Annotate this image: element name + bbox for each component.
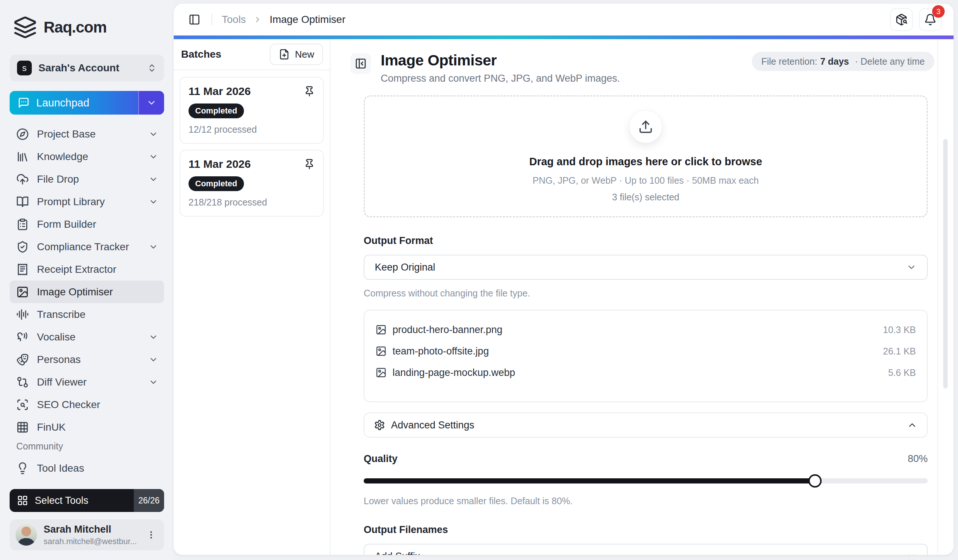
sidebar-item-transcribe[interactable]: Transcribe [10, 303, 164, 326]
chevron-up-icon [907, 420, 917, 430]
sidebar-item-prompt-library[interactable]: Prompt Library [10, 190, 164, 213]
compass-icon [16, 128, 29, 140]
sidebar-item-project-base[interactable]: Project Base [10, 123, 164, 145]
dropzone-selected-count: 3 file(s) selected [612, 192, 679, 203]
sidebar-item-label: Vocalise [37, 331, 140, 343]
notification-count-badge: 3 [932, 5, 945, 18]
batch-card[interactable]: 11 Mar 2026 Completed 218/218 processed [179, 150, 324, 217]
community-heading: Community [10, 441, 164, 452]
tool-scroll-content: Drag and drop images here or click to br… [330, 87, 953, 555]
batch-card[interactable]: 11 Mar 2026 Completed 12/12 processed [179, 77, 324, 144]
batch-list: 11 Mar 2026 Completed 12/12 processed 11… [174, 70, 330, 223]
sidebar-item-knowledge[interactable]: Knowledge [10, 145, 164, 168]
panel-left-close-icon [355, 58, 366, 70]
retention-prefix: File retention: [761, 56, 817, 67]
sidebar-toggle-button[interactable] [187, 12, 202, 27]
user-card[interactable]: Sarah Mitchell sarah.mitchell@westbur... [10, 519, 164, 550]
quality-help: Lower values produce smaller files. Defa… [364, 496, 928, 506]
batch-processed: 218/218 processed [189, 197, 316, 208]
page-subtitle: Compress and convert PNG, JPG, and WebP … [381, 73, 620, 84]
chevron-down-icon [149, 129, 158, 139]
chevron-down-icon [906, 551, 917, 555]
batches-header: Batches New [174, 39, 330, 70]
audio-waveform-icon [16, 308, 29, 321]
output-filenames-select[interactable]: Add Suffix [364, 544, 928, 555]
sidebar-item-label: Form Builder [37, 219, 158, 230]
tool-header: Image Optimiser Compress and convert PNG… [330, 39, 953, 87]
advanced-settings-toggle[interactable]: Advanced Settings [364, 412, 928, 438]
image-icon [376, 324, 387, 335]
pin-icon [304, 159, 315, 170]
quality-slider[interactable] [364, 474, 928, 487]
retention-days: 7 days [820, 56, 849, 67]
file-row: product-hero-banner.png 10.3 KB [376, 321, 916, 339]
sidebar-item-compliance-tracker[interactable]: Compliance Tracker [10, 235, 164, 258]
output-format-select[interactable]: Keep Original [364, 255, 928, 280]
drama-masks-icon [16, 353, 29, 366]
library-icon [16, 151, 29, 163]
chevron-down-icon [149, 197, 158, 207]
grid-2x2-icon [17, 495, 28, 506]
output-format-help: Compress without changing the file type. [364, 288, 928, 299]
sidebar-item-personas[interactable]: Personas [10, 348, 164, 371]
output-format-value: Keep Original [375, 262, 435, 273]
status-badge: Completed [189, 103, 244, 118]
community-section: Community Tool Ideas [10, 441, 164, 479]
batch-date: 11 Mar 2026 [189, 85, 251, 98]
select-tools-main[interactable]: Select Tools [10, 489, 134, 512]
launchpad-caret-button[interactable] [138, 91, 164, 114]
upload-icon [638, 119, 653, 134]
collapse-panel-button[interactable] [351, 53, 371, 74]
file-size: 10.3 KB [883, 325, 916, 335]
sidebar-item-image-optimiser[interactable]: Image Optimiser [10, 281, 164, 303]
pin-button[interactable] [303, 85, 316, 98]
chat-bubble-icon [18, 97, 30, 109]
breadcrumb-tools[interactable]: Tools [222, 14, 246, 25]
pin-button[interactable] [303, 158, 316, 170]
quality-label: Quality [364, 453, 398, 465]
batch-processed: 12/12 processed [189, 124, 316, 135]
app-card: Tools Image Optimiser 3 Batches New [174, 4, 953, 555]
user-menu-button[interactable] [144, 528, 158, 542]
launchpad-button[interactable]: Launchpad [10, 91, 164, 114]
file-name: landing-page-mockup.webp [392, 367, 515, 379]
account-switcher[interactable]: s Sarah's Account [10, 55, 164, 81]
brand-name: Raq.com [44, 19, 106, 36]
topbar-actions: 3 [890, 8, 942, 31]
package-search-icon [895, 13, 908, 26]
sidebar-item-form-builder[interactable]: Form Builder [10, 213, 164, 235]
chevron-down-icon [149, 378, 158, 387]
file-size: 5.6 KB [888, 367, 916, 378]
notifications-button[interactable]: 3 [919, 8, 942, 31]
sidebar-item-receipt-extractor[interactable]: Receipt Extractor [10, 258, 164, 281]
sidebar-item-diff-viewer[interactable]: Diff Viewer [10, 371, 164, 393]
status-badge: Completed [189, 176, 244, 191]
sidebar-item-vocalise[interactable]: Vocalise [10, 326, 164, 348]
launchpad-main[interactable]: Launchpad [10, 91, 138, 114]
voice-icon [16, 331, 29, 343]
sidebar: Raq.com s Sarah's Account Launchpad Proj… [0, 0, 174, 560]
sidebar-item-label: Prompt Library [37, 196, 140, 208]
grid-table-icon [16, 421, 29, 433]
scrollbar-gutter [937, 39, 953, 555]
sidebar-item-label: Transcribe [37, 309, 158, 320]
package-search-button[interactable] [890, 8, 913, 31]
select-tools-button[interactable]: Select Tools 26/26 [10, 489, 164, 512]
receipt-icon [16, 263, 29, 276]
sidebar-item-finuk[interactable]: FinUK [10, 416, 164, 438]
user-meta: Sarah Mitchell sarah.mitchell@westbur... [44, 524, 138, 546]
file-name: team-photo-offsite.jpg [392, 346, 489, 357]
sidebar-item-seo-checker[interactable]: SEO Checker [10, 393, 164, 416]
quality-row: Quality 80% [364, 453, 928, 465]
dropzone-hint: PNG, JPG, or WebP · Up to 100 files · 50… [533, 175, 759, 186]
chevrons-up-down-icon [147, 63, 157, 73]
file-size: 26.1 KB [883, 346, 916, 357]
slider-thumb[interactable] [808, 474, 822, 487]
scrollbar-thumb[interactable] [943, 139, 948, 389]
dropzone[interactable]: Drag and drop images here or click to br… [364, 95, 928, 217]
new-batch-button[interactable]: New [270, 44, 323, 65]
sidebar-item-file-drop[interactable]: File Drop [10, 168, 164, 190]
sidebar-item-tool-ideas[interactable]: Tool Ideas [10, 457, 164, 479]
scan-search-icon [16, 398, 29, 411]
upload-circle [630, 111, 662, 143]
